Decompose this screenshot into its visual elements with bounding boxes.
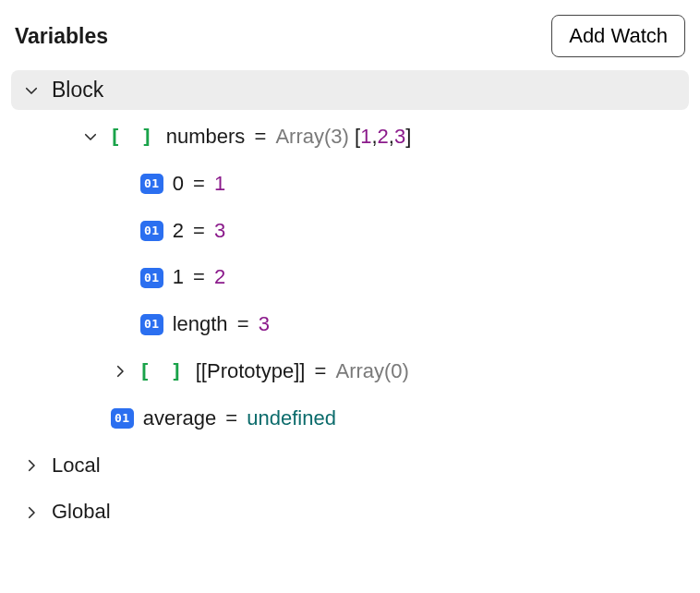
number-badge-icon: 01 [111,408,134,429]
scope-local-header[interactable]: Local [11,442,689,490]
variable-name: numbers [166,125,246,148]
array-entry-row[interactable]: 01 length = 3 [11,301,689,348]
entry-key: 0 [173,172,184,195]
number-badge-icon: 01 [140,268,163,288]
chevron-right-icon [22,503,41,522]
entry-value: 3 [259,312,270,335]
variable-value: undefined [247,406,336,430]
entry-value: 3 [214,219,225,242]
variable-expression: numbers = Array(3) [1,2,3] [166,123,412,151]
variable-name: average [143,406,217,430]
number-badge-icon: 01 [140,221,163,241]
array-entry-row[interactable]: 01 0 = 1 [11,161,689,208]
variable-row-prototype[interactable]: [ ] [[Prototype]] = Array(0) [11,348,689,395]
scope-global-header[interactable]: Global [11,489,689,536]
entry-key: 1 [173,265,184,288]
number-badge-icon: 01 [140,314,163,334]
add-watch-button[interactable]: Add Watch [551,15,685,57]
chevron-right-icon [111,362,129,381]
array-icon: [ ] [139,357,187,386]
array-entry-row[interactable]: 01 1 = 2 [11,254,689,301]
scope-block-header[interactable]: Block [11,70,689,110]
panel-title: Variables [15,24,108,49]
array-entry-row[interactable]: 01 2 = 3 [11,208,689,255]
entry-value: 2 [214,265,225,288]
chevron-right-icon [22,456,41,475]
chevron-down-icon [22,81,41,100]
type-label: Array(3) [275,125,348,148]
scope-local-label: Local [52,452,101,480]
variable-row-numbers[interactable]: [ ] numbers = Array(3) [1,2,3] [11,114,689,161]
variable-row-average[interactable]: 01 average = undefined [11,395,689,442]
variables-panel-header: Variables Add Watch [11,9,689,70]
entry-value: 1 [214,172,225,195]
entry-key: 2 [173,219,184,242]
variable-name: [[Prototype]] [196,359,306,382]
array-icon: [ ] [109,123,157,151]
chevron-down-icon [81,127,100,146]
type-label: Array(0) [335,359,408,382]
entry-key: length [173,312,228,335]
scope-block-label: Block [52,78,103,103]
scope-global-label: Global [52,498,111,526]
number-badge-icon: 01 [140,174,163,194]
